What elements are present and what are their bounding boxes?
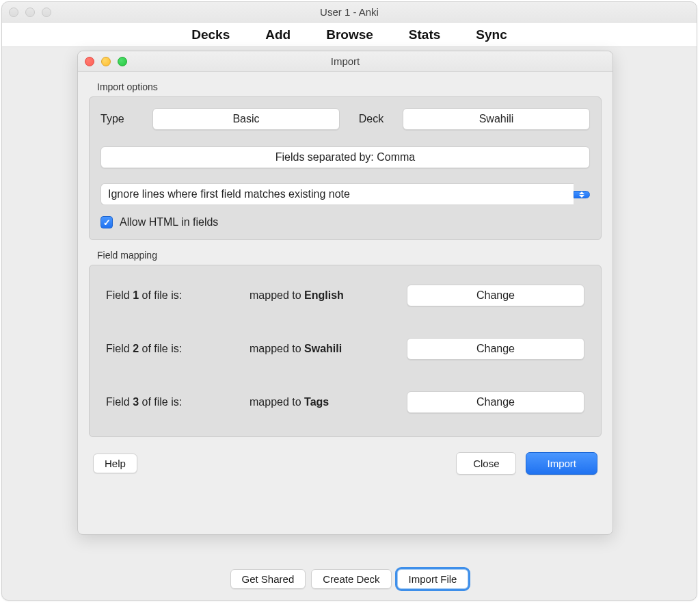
tab-browse[interactable]: Browse xyxy=(326,27,373,42)
main-titlebar: User 1 - Anki xyxy=(2,2,697,23)
allow-html-label: Allow HTML in fields xyxy=(120,216,218,228)
mapping-target-name: Tags xyxy=(304,396,329,408)
allow-html-row: ✓ Allow HTML in fields xyxy=(100,216,590,228)
tab-stats[interactable]: Stats xyxy=(409,27,440,42)
deck-select-button[interactable]: Swahili xyxy=(403,108,590,130)
field-mapping-group: Field 1 of file is: mapped to English Ch… xyxy=(89,265,602,437)
dialog-title: Import xyxy=(78,55,612,67)
mapping-source-num: 2 xyxy=(133,343,139,354)
caret-down-icon xyxy=(579,195,584,198)
caret-up-icon xyxy=(579,192,584,194)
minimize-icon[interactable] xyxy=(25,8,35,17)
import-options-group: Type Basic Deck Swahili Fields separated… xyxy=(89,96,602,240)
import-dialog: Import Import options Type Basic Deck Sw… xyxy=(77,51,613,535)
help-button[interactable]: Help xyxy=(93,454,137,473)
mapping-source-num: 1 xyxy=(133,289,139,301)
import-file-button[interactable]: Import File xyxy=(397,569,469,589)
change-button-2[interactable]: Change xyxy=(407,338,584,360)
mapping-target-prefix: mapped to xyxy=(250,396,304,408)
main-window-title: User 1 - Anki xyxy=(2,6,697,18)
bottom-button-bar: Get Shared Create Deck Import File xyxy=(2,569,697,589)
zoom-icon[interactable] xyxy=(118,57,127,66)
create-deck-button[interactable]: Create Deck xyxy=(311,569,391,589)
dedupe-select-text[interactable]: Ignore lines where first field matches e… xyxy=(100,183,574,205)
mapping-source-2: Field 2 of file is: xyxy=(106,343,250,355)
mapping-source-suffix: of file is: xyxy=(139,289,182,301)
import-options-label: Import options xyxy=(97,81,602,92)
zoom-icon[interactable] xyxy=(42,8,51,17)
mapping-target-name: English xyxy=(304,289,344,301)
mapping-source-prefix: Field xyxy=(106,396,133,408)
tab-add[interactable]: Add xyxy=(265,27,291,42)
mapping-row-3: Field 3 of file is: mapped to Tags Chang… xyxy=(106,391,584,413)
dropdown-arrows-icon[interactable] xyxy=(574,191,590,198)
import-button[interactable]: Import xyxy=(526,452,597,475)
mapping-source-prefix: Field xyxy=(106,289,133,301)
main-traffic-lights xyxy=(9,8,51,17)
main-toolbar: Decks Add Browse Stats Sync xyxy=(2,23,697,47)
footer-right: Close Import xyxy=(456,452,597,475)
dialog-traffic-lights xyxy=(85,57,127,66)
mapping-source-prefix: Field xyxy=(106,343,133,354)
mapping-row-2: Field 2 of file is: mapped to Swahili Ch… xyxy=(106,338,584,360)
mapping-source-suffix: of file is: xyxy=(139,343,182,354)
mapping-row-1: Field 1 of file is: mapped to English Ch… xyxy=(106,285,584,306)
allow-html-checkbox[interactable]: ✓ xyxy=(100,216,113,228)
type-select-button[interactable]: Basic xyxy=(152,108,340,130)
type-label: Type xyxy=(100,113,142,125)
deck-label: Deck xyxy=(351,113,392,125)
tab-sync[interactable]: Sync xyxy=(476,27,507,42)
dedupe-select[interactable]: Ignore lines where first field matches e… xyxy=(100,183,590,205)
checkmark-icon: ✓ xyxy=(103,218,111,227)
mapping-target-prefix: mapped to xyxy=(250,289,304,301)
mapping-target-prefix: mapped to xyxy=(250,343,304,354)
close-icon[interactable] xyxy=(9,8,18,17)
mapping-target-3: mapped to Tags xyxy=(250,396,407,408)
dialog-footer: Help Close Import xyxy=(89,452,602,475)
get-shared-button[interactable]: Get Shared xyxy=(230,569,306,589)
change-button-1[interactable]: Change xyxy=(407,285,584,306)
mapping-source-3: Field 3 of file is: xyxy=(106,396,250,408)
type-deck-row: Type Basic Deck Swahili xyxy=(100,108,590,130)
mapping-source-1: Field 1 of file is: xyxy=(106,289,250,302)
tab-decks[interactable]: Decks xyxy=(191,27,230,42)
field-mapping-label: Field mapping xyxy=(97,250,602,261)
dialog-titlebar: Import xyxy=(78,51,612,72)
mapping-source-num: 3 xyxy=(133,396,139,408)
mapping-target-2: mapped to Swahili xyxy=(250,343,407,355)
mapping-target-name: Swahili xyxy=(304,343,342,354)
field-separator-button[interactable]: Fields separated by: Comma xyxy=(100,146,590,168)
dialog-body: Import options Type Basic Deck Swahili F… xyxy=(78,81,612,486)
mapping-target-1: mapped to English xyxy=(250,289,407,302)
close-icon[interactable] xyxy=(85,57,94,66)
close-button[interactable]: Close xyxy=(456,452,516,475)
minimize-icon[interactable] xyxy=(101,57,111,66)
mapping-source-suffix: of file is: xyxy=(139,396,182,408)
change-button-3[interactable]: Change xyxy=(407,391,584,413)
